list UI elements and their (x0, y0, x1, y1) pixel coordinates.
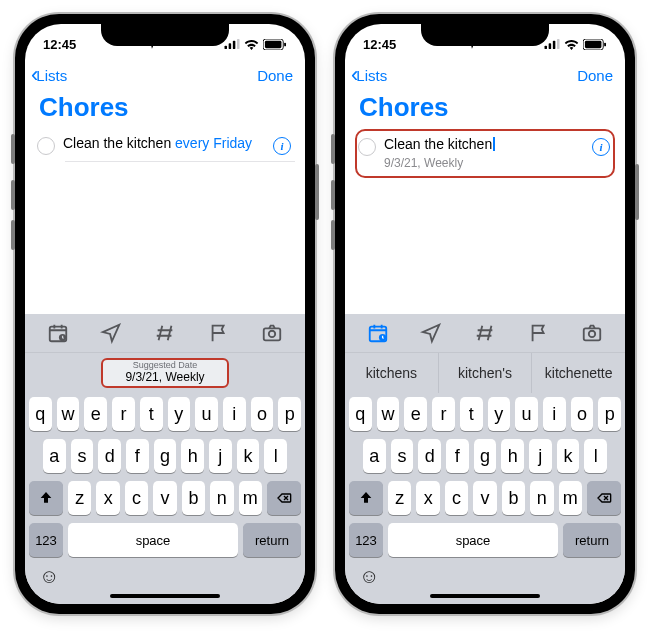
key-o[interactable]: o (571, 397, 594, 431)
numbers-key[interactable]: 123 (29, 523, 63, 557)
key-a[interactable]: a (43, 439, 66, 473)
key-x[interactable]: x (96, 481, 119, 515)
flag-icon[interactable] (208, 322, 230, 344)
back-label: Lists (356, 67, 387, 84)
svg-rect-2 (233, 41, 236, 49)
camera-icon[interactable] (581, 322, 603, 344)
tag-icon[interactable] (154, 322, 176, 344)
key-j[interactable]: j (209, 439, 232, 473)
key-e[interactable]: e (84, 397, 107, 431)
key-m[interactable]: m (239, 481, 262, 515)
key-n[interactable]: n (210, 481, 233, 515)
key-f[interactable]: f (126, 439, 149, 473)
key-f[interactable]: f (446, 439, 469, 473)
key-w[interactable]: w (57, 397, 80, 431)
key-c[interactable]: c (125, 481, 148, 515)
key-t[interactable]: t (460, 397, 483, 431)
space-key[interactable]: space (68, 523, 238, 557)
key-y[interactable]: y (168, 397, 191, 431)
back-button[interactable]: ‹ Lists (351, 62, 387, 88)
emoji-key[interactable]: ☺ (39, 565, 59, 588)
key-i[interactable]: i (223, 397, 246, 431)
key-j[interactable]: j (529, 439, 552, 473)
delete-key[interactable] (267, 481, 301, 515)
key-e[interactable]: e (404, 397, 427, 431)
key-d[interactable]: d (418, 439, 441, 473)
tag-icon[interactable] (474, 322, 496, 344)
done-button[interactable]: Done (577, 67, 613, 84)
calendar-icon[interactable] (47, 322, 69, 344)
key-h[interactable]: h (501, 439, 524, 473)
key-r[interactable]: r (432, 397, 455, 431)
iphone-left: 12:45 ‹ Lists Done (15, 14, 315, 614)
key-r[interactable]: r (112, 397, 135, 431)
key-q[interactable]: q (29, 397, 52, 431)
key-o[interactable]: o (251, 397, 274, 431)
key-q[interactable]: q (349, 397, 372, 431)
key-s[interactable]: s (391, 439, 414, 473)
return-key[interactable]: return (243, 523, 301, 557)
home-indicator[interactable] (110, 594, 220, 598)
key-d[interactable]: d (98, 439, 121, 473)
key-u[interactable]: u (195, 397, 218, 431)
info-button[interactable]: i (273, 137, 291, 155)
key-p[interactable]: p (598, 397, 621, 431)
return-key[interactable]: return (563, 523, 621, 557)
key-i[interactable]: i (543, 397, 566, 431)
key-k[interactable]: k (237, 439, 260, 473)
key-g[interactable]: g (154, 439, 177, 473)
space-key[interactable]: space (388, 523, 558, 557)
suggestion-1[interactable]: kitchens (345, 353, 438, 393)
key-l[interactable]: l (264, 439, 287, 473)
key-v[interactable]: v (473, 481, 496, 515)
key-g[interactable]: g (474, 439, 497, 473)
svg-rect-12 (549, 43, 552, 49)
key-m[interactable]: m (559, 481, 582, 515)
key-t[interactable]: t (140, 397, 163, 431)
reminder-text[interactable]: Clean the kitchen every Friday (63, 135, 265, 153)
info-button[interactable]: i (592, 138, 610, 156)
suggestion-bar: kitchens kitchen's kitchenette (345, 353, 625, 393)
key-s[interactable]: s (71, 439, 94, 473)
complete-radio[interactable] (358, 138, 376, 156)
key-w[interactable]: w (377, 397, 400, 431)
key-z[interactable]: z (388, 481, 411, 515)
home-indicator[interactable] (430, 594, 540, 598)
location-icon[interactable] (420, 322, 442, 344)
back-button[interactable]: ‹ Lists (31, 62, 67, 88)
key-p[interactable]: p (278, 397, 301, 431)
suggested-date-pill[interactable]: Suggested Date 9/3/21, Weekly (101, 358, 228, 388)
key-z[interactable]: z (68, 481, 91, 515)
camera-icon[interactable] (261, 322, 283, 344)
suggestion-2[interactable]: kitchen's (438, 353, 532, 393)
reminder-text[interactable]: Clean the kitchen 9/3/21, Weekly (384, 136, 584, 171)
list-title: Chores (25, 90, 305, 129)
key-l[interactable]: l (584, 439, 607, 473)
key-k[interactable]: k (557, 439, 580, 473)
notch (421, 24, 549, 46)
key-a[interactable]: a (363, 439, 386, 473)
key-b[interactable]: b (182, 481, 205, 515)
key-v[interactable]: v (153, 481, 176, 515)
key-x[interactable]: x (416, 481, 439, 515)
suggestion-3[interactable]: kitchenette (531, 353, 625, 393)
emoji-key[interactable]: ☺ (359, 565, 379, 588)
flag-icon[interactable] (528, 322, 550, 344)
location-icon[interactable] (100, 322, 122, 344)
shift-key[interactable] (349, 481, 383, 515)
shift-key[interactable] (29, 481, 63, 515)
complete-radio[interactable] (37, 137, 55, 155)
done-button[interactable]: Done (257, 67, 293, 84)
iphone-right: 12:45 ‹ Lists Done (335, 14, 635, 614)
key-h[interactable]: h (181, 439, 204, 473)
reminder-row[interactable]: Clean the kitchen 9/3/21, Weekly i (355, 129, 615, 178)
reminder-row[interactable]: Clean the kitchen every Friday i (35, 129, 295, 161)
numbers-key[interactable]: 123 (349, 523, 383, 557)
key-c[interactable]: c (445, 481, 468, 515)
delete-key[interactable] (587, 481, 621, 515)
key-b[interactable]: b (502, 481, 525, 515)
key-u[interactable]: u (515, 397, 538, 431)
key-y[interactable]: y (488, 397, 511, 431)
key-n[interactable]: n (530, 481, 553, 515)
calendar-icon[interactable] (367, 322, 389, 344)
